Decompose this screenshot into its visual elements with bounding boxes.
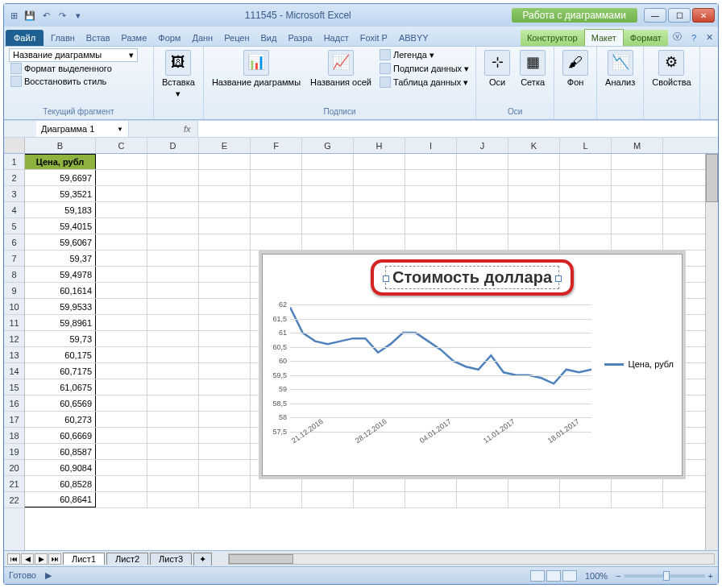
data-cell[interactable]: 60,9084: [25, 460, 96, 475]
data-cell[interactable]: 60,6669: [25, 428, 96, 443]
maximize-button[interactable]: ☐: [668, 8, 691, 23]
tab-addins[interactable]: Надст: [318, 29, 355, 46]
column-header[interactable]: G: [302, 138, 354, 153]
row-header[interactable]: 3: [4, 186, 24, 202]
ribbon-minimize-icon[interactable]: ⓥ: [668, 27, 687, 46]
zoom-slider[interactable]: [624, 574, 705, 578]
column-header[interactable]: E: [199, 138, 251, 153]
insert-button[interactable]: 🖼Вставка▾: [159, 48, 198, 100]
column-header[interactable]: B: [25, 138, 96, 153]
data-cell[interactable]: 60,6569: [25, 395, 96, 411]
row-header[interactable]: 12: [4, 331, 24, 347]
minimize-button[interactable]: —: [644, 8, 666, 23]
tab-formulas[interactable]: Форм: [152, 29, 186, 46]
macro-icon[interactable]: ▶: [45, 570, 52, 580]
close-button[interactable]: ✕: [692, 8, 715, 23]
row-header[interactable]: 18: [4, 428, 24, 444]
data-cell[interactable]: 60,7175: [25, 363, 96, 379]
file-tab[interactable]: Файл: [6, 30, 44, 46]
save-icon[interactable]: 💾: [23, 9, 36, 22]
row-header[interactable]: 15: [4, 379, 24, 395]
column-header[interactable]: I: [405, 138, 457, 153]
data-table-button[interactable]: Таблица данных ▾: [378, 76, 471, 89]
data-cell[interactable]: 60,175: [25, 347, 96, 362]
excel-icon[interactable]: ⊞: [7, 9, 20, 22]
row-header[interactable]: 19: [4, 444, 24, 460]
zoom-out-button[interactable]: −: [616, 571, 620, 581]
row-header[interactable]: 20: [4, 460, 24, 476]
row-header[interactable]: 16: [4, 395, 24, 412]
column-header[interactable]: M: [612, 138, 663, 153]
plot-area[interactable]: [290, 304, 591, 432]
row-header[interactable]: 4: [4, 202, 24, 218]
reset-style-button[interactable]: Восстановить стиль: [9, 75, 148, 88]
data-cell[interactable]: 59,6067: [25, 234, 96, 250]
row-header[interactable]: 2: [4, 170, 24, 186]
column-header[interactable]: K: [508, 138, 560, 153]
row-header[interactable]: 17: [4, 412, 24, 428]
data-cell[interactable]: 59,73: [25, 331, 96, 346]
data-cell[interactable]: 60,273: [25, 412, 96, 427]
row-header[interactable]: 13: [4, 347, 24, 363]
row-header[interactable]: 7: [4, 251, 24, 267]
redo-icon[interactable]: ↷: [56, 9, 68, 22]
sheet-nav-prev[interactable]: ◀: [21, 553, 34, 565]
sheet-nav-first[interactable]: ⏮: [7, 553, 20, 565]
sheet-nav-next[interactable]: ▶: [35, 553, 48, 565]
data-cell[interactable]: 60,8528: [25, 476, 96, 491]
row-header[interactable]: 22: [4, 492, 24, 508]
chart-element-selector[interactable]: Название диаграммы▾: [9, 48, 138, 62]
row-header[interactable]: 11: [4, 315, 24, 331]
data-cell[interactable]: 59,4978: [25, 267, 96, 282]
chart-title-selection[interactable]: Стоимость доллара: [385, 266, 559, 289]
chart-legend[interactable]: Цена, рубл: [604, 359, 674, 369]
vertical-scrollbar[interactable]: [705, 154, 718, 550]
column-header[interactable]: J: [457, 138, 508, 153]
data-cell[interactable]: 60,8587: [25, 444, 96, 459]
row-header[interactable]: 5: [4, 218, 24, 234]
zoom-level[interactable]: 100%: [585, 571, 608, 581]
data-cell[interactable]: 60,1614: [25, 283, 96, 298]
doc-close-icon[interactable]: ✕: [701, 29, 718, 46]
new-sheet-button[interactable]: ✦: [193, 553, 212, 565]
normal-view-button[interactable]: [530, 570, 545, 582]
chart-title-text[interactable]: Стоимость доллара: [392, 268, 552, 287]
row-header[interactable]: 1: [4, 154, 24, 170]
column-header[interactable]: F: [251, 138, 302, 153]
horizontal-scrollbar[interactable]: [228, 553, 715, 565]
worksheet-grid[interactable]: 12345678910111213141516171819202122 BCDE…: [4, 138, 718, 550]
data-cell[interactable]: 59,183: [25, 202, 96, 217]
analysis-button[interactable]: 📉Анализ: [602, 48, 638, 89]
fx-label[interactable]: fx: [177, 124, 197, 134]
sheet-nav-last[interactable]: ⏭: [48, 553, 61, 565]
background-button[interactable]: 🖌Фон: [559, 48, 591, 89]
tab-chart-design[interactable]: Конструктор: [521, 30, 584, 46]
page-break-button[interactable]: [562, 570, 577, 582]
qat-dropdown-icon[interactable]: ▾: [72, 9, 85, 22]
sheet-tab[interactable]: Лист3: [150, 553, 192, 565]
data-cell[interactable]: 59,3521: [25, 186, 96, 201]
zoom-in-button[interactable]: +: [708, 571, 713, 581]
tab-view[interactable]: Вид: [255, 29, 283, 46]
help-icon[interactable]: ?: [687, 30, 701, 46]
row-header[interactable]: 10: [4, 299, 24, 315]
embedded-chart[interactable]: Стоимость доллара 57,55858,55959,56060,5…: [262, 254, 683, 476]
tab-layout[interactable]: Разме: [116, 29, 153, 46]
row-header[interactable]: 21: [4, 476, 24, 492]
column-header[interactable]: L: [560, 138, 612, 153]
legend-button[interactable]: Легенда ▾: [378, 48, 471, 61]
tab-data[interactable]: Данн: [186, 29, 218, 46]
tab-chart-format[interactable]: Формат: [624, 30, 668, 46]
gridlines-button[interactable]: ▦Сетка: [517, 48, 549, 89]
page-layout-button[interactable]: [546, 570, 561, 582]
data-cell[interactable]: 59,8961: [25, 315, 96, 330]
column-header[interactable]: H: [354, 138, 405, 153]
scrollbar-thumb[interactable]: [706, 154, 718, 202]
data-cell[interactable]: 61,0675: [25, 379, 96, 395]
tab-home[interactable]: Главн: [45, 29, 81, 46]
zoom-thumb[interactable]: [663, 571, 670, 581]
sheet-tab[interactable]: Лист1: [63, 553, 105, 565]
tab-review[interactable]: Рецен: [218, 29, 255, 46]
formula-input[interactable]: [197, 121, 718, 137]
scrollbar-thumb[interactable]: [229, 554, 293, 564]
